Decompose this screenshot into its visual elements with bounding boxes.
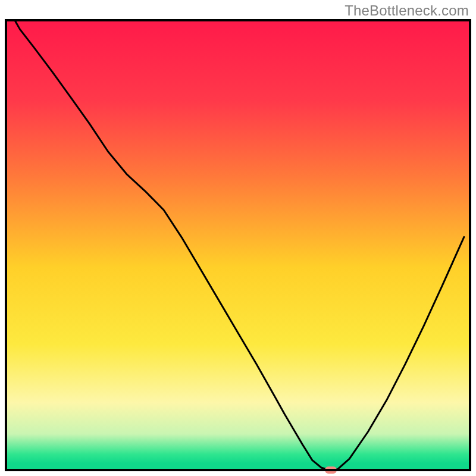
plot-area	[6, 20, 470, 474]
plot-background	[6, 20, 470, 470]
bottleneck-chart: TheBottleneck.com	[0, 0, 476, 476]
watermark-text: TheBottleneck.com	[345, 2, 469, 19]
plot-svg	[0, 0, 476, 476]
